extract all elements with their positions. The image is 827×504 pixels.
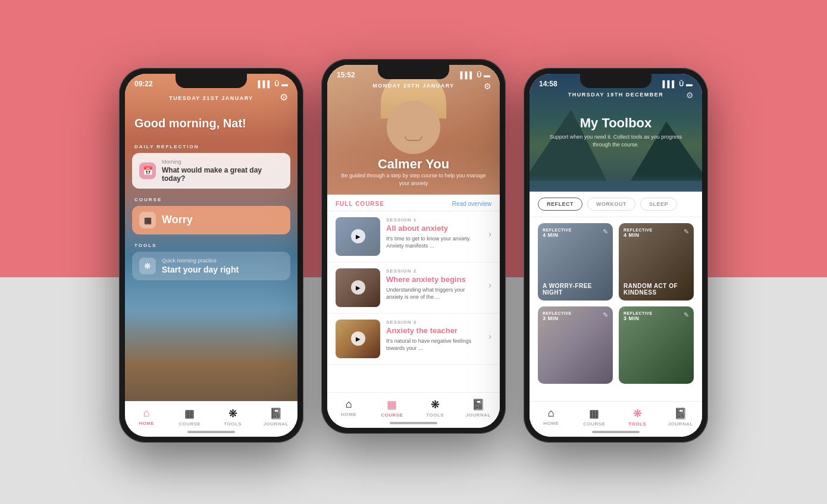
tools-icon-1: ❋ <box>228 407 237 420</box>
tab-home-1[interactable]: ⌂ HOME <box>125 407 168 426</box>
session-number-1: SESSION 1 <box>386 217 483 223</box>
tab-sleep[interactable]: SLEEP <box>640 198 677 211</box>
home-label-3: HOME <box>543 421 559 426</box>
tab-journal-1[interactable]: 📓 JOURNAL <box>255 407 298 427</box>
daily-reflection-label: DAILY REFLECTION <box>134 144 290 149</box>
course-icon-3: ▦ <box>589 407 599 420</box>
tool-card-4[interactable]: REFLECTIVE 3 MIN ✎ <box>619 306 694 384</box>
tool-card-3[interactable]: REFLECTIVE 3 MIN ✎ <box>538 306 613 384</box>
journal-icon-3: 📓 <box>674 407 687 420</box>
tools-label-3: TOOLS <box>628 421 646 427</box>
tab-journal-2[interactable]: 📓 JOURNAL <box>457 398 500 418</box>
tool-title-2: RANDOM ACT OF KINDNESS <box>624 283 689 296</box>
journal-label-3: JOURNAL <box>668 421 693 427</box>
tab-journal-3[interactable]: 📓 JOURNAL <box>659 407 703 427</box>
signal-1: ▌▌▌ <box>258 80 272 87</box>
daily-reflection-card[interactable]: 📅 Morning What would make a great day to… <box>132 153 290 189</box>
signal-2: ▌▌▌ <box>461 71 474 79</box>
tools-grid: REFLECTIVE 4 MIN ✎ A WORRY-FREE NIGHT RE… <box>530 217 702 390</box>
tool-badge-2: REFLECTIVE 4 MIN <box>624 228 653 238</box>
read-overview-link[interactable]: Read overview <box>452 201 491 207</box>
tab-course-3[interactable]: ▦ COURSE <box>573 407 616 427</box>
chevron-2: › <box>488 280 491 290</box>
journal-label-2: JOURNAL <box>466 412 491 418</box>
tool-title-1: A WORRY-FREE NIGHT <box>543 283 608 296</box>
tool-card-1[interactable]: REFLECTIVE 4 MIN ✎ A WORRY-FREE NIGHT <box>538 223 613 300</box>
course-label-1: COURSE <box>134 197 290 202</box>
status-icons-1: ▌▌▌ Ǔ ▬ <box>258 80 288 88</box>
play-btn-2: ▶ <box>351 280 365 295</box>
session-title-1: All about anxiety <box>386 224 483 233</box>
tab-home-3[interactable]: ⌂ HOME <box>530 407 573 426</box>
session-item-1[interactable]: ▶ SESSION 1 All about anxiety It's time … <box>327 211 500 262</box>
tools-label-tab-2: TOOLS <box>426 412 444 418</box>
tool-card-2[interactable]: REFLECTIVE 4 MIN ✎ RANDOM ACT OF KINDNES… <box>619 223 694 300</box>
session-thumb-2: ▶ <box>336 268 380 307</box>
home-label-1: HOME <box>139 421 154 426</box>
course-card[interactable]: ▦ Worry <box>132 206 290 234</box>
session-item-3[interactable]: ▶ SESSION 3 Anxiety the teacher It's nat… <box>327 314 500 365</box>
calendar-icon: 📅 <box>139 162 156 179</box>
course-text: Worry <box>162 214 193 226</box>
phone3-hero-title: My Toolbox <box>530 115 702 131</box>
tools-card[interactable]: ❋ Quick morning practice Start your day … <box>132 252 290 280</box>
phone2-content: Calmer You Be guided through a step by s… <box>327 65 500 428</box>
card-morning-text: What would make a great day today? <box>162 166 283 183</box>
home-icon-2: ⌂ <box>346 398 352 411</box>
phone3-date: THURSDAY 19TH DECEMBER <box>530 92 702 98</box>
phone3-body: REFLECT WORKOUT SLEEP REFLECTIVE 4 MIN ✎ <box>530 192 702 401</box>
tools-label-tab-1: TOOLS <box>224 421 242 427</box>
session-item-2[interactable]: ▶ SESSION 2 Where anxiety begins Underst… <box>327 262 500 314</box>
status-icons-3: ▌▌▌ Ǔ ▬ <box>663 80 693 88</box>
settings-icon-2[interactable]: ⚙ <box>484 82 491 91</box>
play-btn-3: ▶ <box>351 331 365 346</box>
phone3-hero-subtitle: Support when you need it. Collect tools … <box>547 133 684 149</box>
session-thumb-1: ▶ <box>336 217 380 256</box>
course-label-tab-1: COURSE <box>178 421 201 427</box>
time-2: 15:52 <box>337 71 355 79</box>
tool-badge-4: REFLECTIVE 3 MIN <box>624 311 653 321</box>
home-label-2: HOME <box>341 412 356 417</box>
play-btn-1: ▶ <box>351 229 365 243</box>
tools-subtitle: Quick morning practice <box>162 258 239 264</box>
tab-course-1[interactable]: ▦ COURSE <box>168 407 212 427</box>
edit-icon-3: ✎ <box>603 311 608 319</box>
session-number-2: SESSION 2 <box>386 268 483 274</box>
session-desc-3: It's natural to have negative feelings t… <box>386 337 483 352</box>
tab-home-2[interactable]: ⌂ HOME <box>327 398 371 417</box>
journal-icon-1: 📓 <box>270 407 283 420</box>
course-label-3: COURSE <box>583 421 605 427</box>
phone1-header: TUESDAY 21ST JANUARY <box>125 90 297 105</box>
home-icon-3: ⌂ <box>548 407 555 420</box>
wifi-1: Ǔ <box>274 80 279 88</box>
phone2-list[interactable]: FULL COURSE Read overview ▶ SESSION 1 Al… <box>327 195 500 392</box>
tools-icon-tab-3: ❋ <box>633 407 642 420</box>
full-course-label: FULL COURSE <box>336 201 384 207</box>
tools-icon: ❋ <box>139 258 156 274</box>
battery-3: ▬ <box>686 80 693 87</box>
phone1-greeting: Good morning, Nat! <box>134 117 246 130</box>
tool-badge-3: REFLECTIVE 3 MIN <box>543 311 572 321</box>
tab-tools-2[interactable]: ❋ TOOLS <box>414 398 457 418</box>
phone-course: Calmer You Be guided through a step by s… <box>321 59 506 434</box>
phone-toolbox: 14:58 ▌▌▌ Ǔ ▬ THURSDAY 19TH DECEMBER ⚙ M… <box>524 68 708 443</box>
settings-icon-3[interactable]: ⚙ <box>686 90 694 100</box>
settings-icon-1[interactable]: ⚙ <box>280 92 288 103</box>
tab-tools-3[interactable]: ❋ TOOLS <box>616 407 659 427</box>
journal-label-1: JOURNAL <box>264 421 289 427</box>
journal-icon-2: 📓 <box>472 398 485 411</box>
course-icon-1: ▦ <box>184 407 195 420</box>
tab-workout[interactable]: WORKOUT <box>587 198 635 211</box>
course-icon-tab-2: ▦ <box>387 398 397 411</box>
tools-label-1: TOOLS <box>134 243 290 248</box>
session-desc-1: It's time to get to know your anxiety. A… <box>386 235 483 250</box>
tab-tools-1[interactable]: ❋ TOOLS <box>211 407 255 427</box>
phone1-date: TUESDAY 21ST JANUARY <box>134 95 288 101</box>
session-thumb-3: ▶ <box>336 320 380 358</box>
signal-3: ▌▌▌ <box>663 80 676 87</box>
tab-reflect[interactable]: REFLECT <box>538 198 582 211</box>
session-info-2: SESSION 2 Where anxiety begins Understan… <box>386 268 483 301</box>
chevron-3: › <box>488 331 491 341</box>
tab-course-2[interactable]: ▦ COURSE <box>371 398 414 418</box>
home-indicator-3 <box>592 431 640 433</box>
